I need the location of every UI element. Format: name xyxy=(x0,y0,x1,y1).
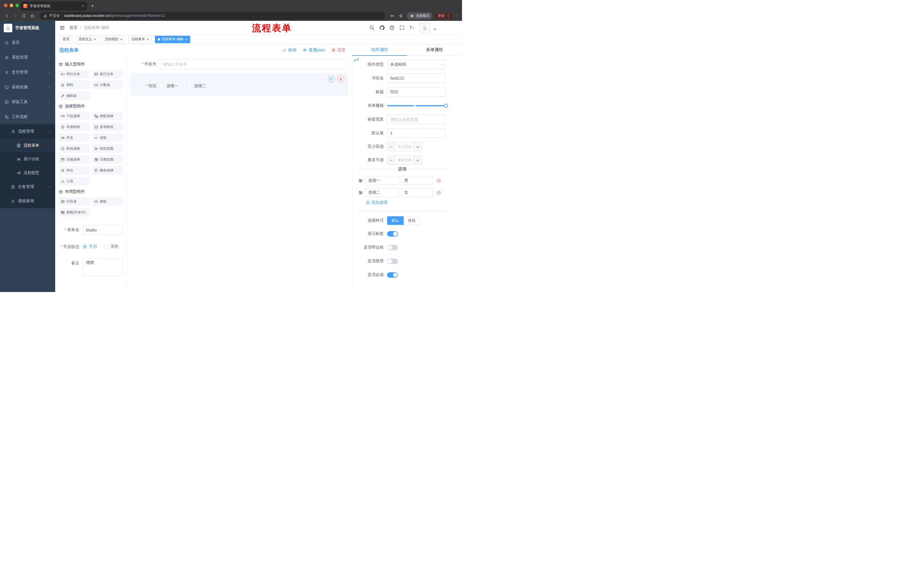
checkbox-option[interactable]: 选项一 xyxy=(160,84,178,89)
number-stepper[interactable]: −最多可选+ xyxy=(387,155,422,165)
style-button[interactable]: 默认 xyxy=(387,216,404,225)
style-button[interactable]: 按钮 xyxy=(404,216,420,225)
delete-widget-button[interactable] xyxy=(337,76,344,82)
checkbox-option[interactable]: 选项二 xyxy=(188,84,206,89)
palette-item[interactable]: 日期范围 xyxy=(92,155,123,164)
toggle-switch[interactable] xyxy=(387,231,398,237)
plus-button[interactable]: + xyxy=(413,142,422,151)
sidebar-item[interactable]: 任务管理 xyxy=(0,180,55,194)
remark-textarea[interactable]: 嘿嘿 xyxy=(83,258,123,276)
palette-item[interactable]: 单选框组 xyxy=(59,123,89,131)
sidebar-item[interactable]: 工作流程 xyxy=(0,109,55,124)
add-option-button[interactable]: 添加选项 xyxy=(366,200,446,205)
nav-tag[interactable]: 流程定义× xyxy=(76,36,99,43)
reload-icon[interactable] xyxy=(20,12,28,20)
drag-handle-icon[interactable] xyxy=(358,191,363,195)
form-name-input[interactable] xyxy=(83,225,123,235)
component-type-select[interactable] xyxy=(387,60,446,69)
new-tab-button[interactable]: + xyxy=(91,3,94,9)
palette-item[interactable]: 级联选择 xyxy=(92,112,123,120)
toggle-switch[interactable] xyxy=(387,272,398,278)
drag-handle-icon[interactable] xyxy=(358,179,363,183)
palette-item[interactable]: 行容器 xyxy=(59,197,89,206)
nav-tag[interactable]: 首页 xyxy=(60,36,72,43)
minus-button[interactable]: − xyxy=(388,156,396,164)
palette-item[interactable]: 密码 xyxy=(59,81,89,89)
palette-item[interactable]: 时间范围 xyxy=(92,144,123,153)
nav-tag[interactable]: 流程模型× xyxy=(102,36,125,43)
palette-item[interactable]: 下拉选择 xyxy=(59,112,89,120)
bookmark-star-icon[interactable] xyxy=(397,12,404,20)
checkbox-icon[interactable] xyxy=(188,84,191,88)
avatar[interactable] xyxy=(419,22,430,33)
phone-input[interactable] xyxy=(160,59,348,69)
palette-item[interactable]: 滑块 xyxy=(92,133,123,142)
tab-form-props[interactable]: 表单属性 xyxy=(407,44,462,56)
sidebar-item[interactable]: 流程模型 xyxy=(0,166,55,180)
palette-item[interactable]: 开关 xyxy=(59,133,89,142)
close-tag-icon[interactable]: × xyxy=(185,38,188,41)
option-value-input[interactable] xyxy=(401,188,433,197)
tab-component-props[interactable]: 组件属性 xyxy=(352,44,407,56)
palette-item[interactable]: 评分 xyxy=(59,166,89,174)
close-tag-icon[interactable]: × xyxy=(147,38,149,41)
close-window-button[interactable] xyxy=(4,4,7,7)
palette-item[interactable]: 颜色选择 xyxy=(92,166,123,174)
sidebar-item[interactable]: 基础设施 xyxy=(0,80,55,95)
nav-tag[interactable]: 流程表单-编辑× xyxy=(155,36,190,43)
update-button[interactable]: 更新 xyxy=(435,12,453,20)
palette-item[interactable]: 单行文本 xyxy=(59,70,89,78)
sidebar-item[interactable]: 系统管理 xyxy=(0,50,55,65)
sidebar-item[interactable]: 用户分组 xyxy=(0,152,55,166)
prop-input[interactable] xyxy=(387,87,446,97)
option-value-input[interactable] xyxy=(401,176,433,185)
copy-widget-button[interactable] xyxy=(328,76,335,82)
breadcrumb-home[interactable]: 首页 xyxy=(69,25,78,30)
slider-handle[interactable] xyxy=(444,104,448,108)
close-tag-icon[interactable]: × xyxy=(120,38,123,41)
forward-icon[interactable] xyxy=(12,12,19,20)
toggle-switch[interactable] xyxy=(387,258,398,264)
back-icon[interactable] xyxy=(3,12,10,20)
palette-item[interactable]: 多行文本 xyxy=(92,70,123,78)
palette-item[interactable]: 时间选择 xyxy=(59,144,89,153)
sidebar-item[interactable]: 请假查询 xyxy=(0,194,55,208)
help-icon[interactable] xyxy=(389,25,394,30)
link-icon[interactable] xyxy=(354,58,359,62)
nav-tag[interactable]: 流程表单× xyxy=(129,36,152,43)
sidebar-item[interactable]: 流程表单 xyxy=(0,138,55,152)
github-icon[interactable] xyxy=(380,25,384,30)
browser-home-icon[interactable] xyxy=(29,12,36,20)
close-tag-icon[interactable]: × xyxy=(94,38,96,41)
radio-closed[interactable]: 关闭 xyxy=(104,244,118,249)
sidebar-item[interactable]: 流程管理 xyxy=(0,124,55,138)
zoom-window-button[interactable] xyxy=(15,4,19,7)
option-label-input[interactable] xyxy=(365,188,399,197)
avatar-caret-down-icon[interactable] xyxy=(432,27,437,32)
key-icon[interactable] xyxy=(389,12,396,20)
prop-input[interactable] xyxy=(387,115,446,124)
radio-open[interactable]: 开启 xyxy=(83,244,97,249)
option-label-input[interactable] xyxy=(365,176,399,185)
palette-item[interactable]: 按钮 xyxy=(92,197,123,206)
search-icon[interactable] xyxy=(370,25,375,30)
minimize-window-button[interactable] xyxy=(10,4,13,7)
prop-input[interactable] xyxy=(387,73,446,83)
plus-button[interactable]: + xyxy=(413,156,422,164)
palette-item[interactable]: 多选框组 xyxy=(92,123,123,131)
canvas-field[interactable]: 手机号 xyxy=(130,58,348,71)
clear-button[interactable]: 清空 xyxy=(332,48,346,53)
prop-input[interactable] xyxy=(387,128,446,138)
menu-fold-icon[interactable] xyxy=(60,25,65,30)
toolbar-chevron-down-icon[interactable] xyxy=(454,12,459,20)
canvas-widget-selected[interactable]: 性别选项一选项二 xyxy=(130,73,348,96)
palette-item[interactable]: 123计数器 xyxy=(92,81,123,89)
remove-option-icon[interactable] xyxy=(437,179,441,183)
form-canvas[interactable]: 手机号性别选项一选项二 xyxy=(127,56,352,292)
save-button[interactable]: 保存 xyxy=(282,48,297,53)
palette-item[interactable]: 上传 xyxy=(59,177,89,186)
sidebar-item[interactable]: 首页 xyxy=(0,35,55,50)
close-tab-icon[interactable]: × xyxy=(82,4,84,8)
remove-option-icon[interactable] xyxy=(437,191,441,195)
view-json-button[interactable]: 查看json xyxy=(303,48,325,53)
